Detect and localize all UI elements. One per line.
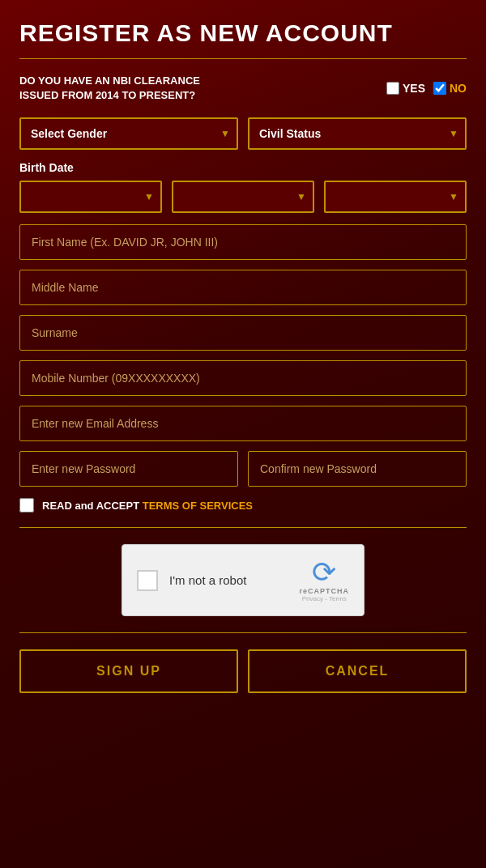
terms-link[interactable]: TERMS OF SERVICES (143, 500, 253, 512)
captcha-left: I'm not a robot (137, 570, 246, 591)
nbi-no-label: NO (450, 82, 467, 95)
gender-civil-row: Select Gender Male Female Other ▼ Civil … (19, 117, 467, 150)
captcha-box[interactable]: I'm not a robot ⟳ reCAPTCHA Privacy - Te… (122, 544, 364, 616)
recaptcha-brand: reCAPTCHA (299, 587, 349, 595)
terms-row: READ and ACCEPT TERMS OF SERVICES (19, 498, 467, 513)
nbi-yes-checkbox[interactable] (386, 82, 399, 95)
birth-month-wrapper: ▼ (19, 181, 162, 213)
civil-status-select-wrapper: Civil Status Single Married Widowed Sepa… (248, 117, 467, 150)
birth-date-row: ▼ ▼ ▼ (19, 181, 467, 213)
gender-select[interactable]: Select Gender Male Female Other (19, 117, 238, 150)
signup-button[interactable]: SIGN UP (19, 649, 238, 693)
terms-checkbox[interactable] (19, 498, 34, 513)
captcha-checkbox[interactable] (137, 570, 158, 591)
password-row (19, 451, 467, 487)
birth-month-select[interactable] (19, 181, 162, 213)
new-password-input[interactable] (19, 451, 238, 487)
terms-text: READ and ACCEPT TERMS OF SERVICES (42, 500, 253, 512)
nbi-clearance-row: DO YOU HAVE AN NBI CLEARANCE ISSUED FROM… (19, 74, 467, 103)
gender-select-wrapper: Select Gender Male Female Other ▼ (19, 117, 238, 150)
confirm-password-input[interactable] (248, 451, 467, 487)
nbi-no-option[interactable]: NO (433, 82, 467, 95)
middle-divider (19, 527, 467, 528)
captcha-wrapper: I'm not a robot ⟳ reCAPTCHA Privacy - Te… (19, 544, 467, 616)
nbi-yes-label: YES (403, 82, 425, 95)
surname-input[interactable] (19, 315, 467, 351)
nbi-yes-option[interactable]: YES (386, 82, 425, 95)
birth-year-wrapper: ▼ (324, 181, 467, 213)
birth-date-label: Birth Date (19, 161, 467, 174)
mobile-number-input[interactable] (19, 360, 467, 396)
title-divider (19, 58, 467, 59)
page-title: REGISTER AS NEW ACCOUNT (19, 19, 467, 47)
first-name-input[interactable] (19, 224, 467, 260)
cancel-button[interactable]: CANCEL (248, 649, 467, 693)
nbi-question-text: DO YOU HAVE AN NBI CLEARANCE ISSUED FROM… (19, 74, 214, 103)
birth-day-select[interactable] (172, 181, 314, 213)
email-input[interactable] (19, 406, 467, 441)
recaptcha-icon: ⟳ (312, 558, 336, 587)
captcha-right: ⟳ reCAPTCHA Privacy - Terms (299, 558, 349, 602)
nbi-options-group: YES NO (386, 82, 467, 95)
button-row: SIGN UP CANCEL (19, 649, 467, 693)
nbi-no-checkbox[interactable] (433, 82, 446, 95)
birth-day-wrapper: ▼ (172, 181, 314, 213)
bottom-divider (19, 632, 467, 633)
recaptcha-sub: Privacy - Terms (302, 595, 347, 602)
middle-name-input[interactable] (19, 270, 467, 305)
captcha-label: I'm not a robot (169, 573, 246, 587)
birth-year-select[interactable] (324, 181, 467, 213)
civil-status-select[interactable]: Civil Status Single Married Widowed Sepa… (248, 117, 467, 150)
